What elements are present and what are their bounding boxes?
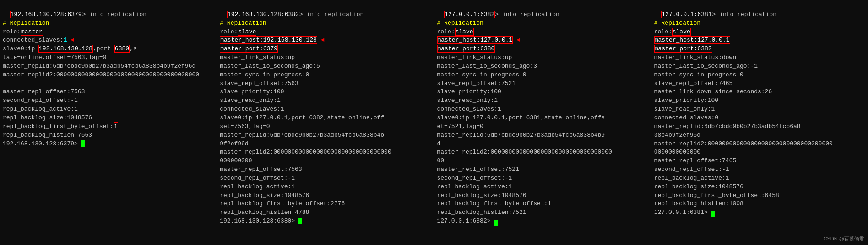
- panel1-line-second: second_repl_offset:-1: [3, 96, 214, 105]
- panel1-line-empty1: [3, 80, 214, 88]
- panel2-line-offset: master_repl_offset:7563: [220, 165, 431, 174]
- panel2-line-master-port: master_port:6379: [220, 45, 431, 53]
- panel4-line-read-only: slave_read_only:1: [654, 105, 865, 114]
- panel3-line-backlog-hist: repl_backlog_histlen:7521: [437, 208, 648, 217]
- panel1-line-offset: master_repl_offset:7563: [3, 88, 214, 96]
- panel3-line-second: second_repl_offset:-1: [437, 174, 648, 183]
- panel3-line-role: role:slave: [437, 28, 648, 37]
- panel3-line-offset: master_repl_offset:7521: [437, 165, 648, 174]
- panel2-line-replication: # Replication: [220, 19, 431, 28]
- panel3-line-link-status: master_link_status:up: [437, 53, 648, 62]
- panel2-line-backlog-hist: repl_backlog_histlen:4788: [220, 208, 431, 217]
- panel1-line-slave0: slave0:ip=192.168.130.128,port=6380,s ta…: [3, 45, 214, 62]
- terminal-panel-2: 192.168.130.128:6380> info replication #…: [217, 0, 434, 245]
- panel2-line-last-io: master_last_io_seconds_ago:5: [220, 62, 431, 71]
- panel3-line-read-only: slave_read_only:1: [437, 96, 648, 105]
- panel4-line-repl-offset: slave_repl_offset:7465: [654, 80, 865, 88]
- terminal-panel-3: 127.0.0.1:6382> info replication # Repli…: [434, 0, 651, 245]
- panel3-line-master-port: master_port:6380: [437, 45, 648, 53]
- panel2-line-second: second_repl_offset:-1: [220, 174, 431, 183]
- panel3-line-backlog-size: repl_backlog_size:1048576: [437, 192, 648, 200]
- panel1-host-port: 192.168.130.128:6379: [10, 11, 82, 18]
- panel3-line-replication: # Replication: [437, 19, 648, 28]
- panel1-line-replication: # Replication: [3, 19, 214, 28]
- panel3-line-replid2: master_replid2:0000000000000000000000000…: [437, 148, 648, 165]
- panel4-line-second: second_repl_offset:-1: [654, 165, 865, 174]
- panel4-line-master-host: master_host:127.0.0.1: [654, 36, 865, 45]
- panel4-line-backlog-active: repl_backlog_active:1: [654, 174, 865, 183]
- panel3-line-repl-offset: slave_repl_offset:7521: [437, 80, 648, 88]
- panel2-line-backlog-active: repl_backlog_active:1: [220, 183, 431, 192]
- panel3-line-master-host: master_host:127.0.0.1 ◄: [437, 36, 648, 45]
- panel1-line-connected: connected_slaves:1 ◄: [3, 36, 214, 45]
- panel3-host-port: 127.0.0.1:6382: [444, 11, 495, 18]
- panel1-prompt-line: 192.168.130.128:6379> info replication: [10, 11, 146, 18]
- panel3-line-slave0: slave0:ip=127.0.0.1,port=6381,state=onli…: [437, 114, 648, 131]
- panel3-line-backlog-active: repl_backlog_active:1: [437, 183, 648, 192]
- panel4-line-master-port: master_port:6382: [654, 45, 865, 53]
- panel2-line-replid2: master_replid2:0000000000000000000000000…: [220, 148, 431, 165]
- panel4-line-backlog-first: repl_backlog_first_byte_offset:6458: [654, 192, 865, 200]
- panel2-line-backlog-first: repl_backlog_first_byte_offset:2776: [220, 200, 431, 208]
- panel4-line-sync: master_sync_in_progress:0: [654, 71, 865, 80]
- panel4-line-last-io: master_last_io_seconds_ago:-1: [654, 62, 865, 71]
- watermark: CSDN @百慕倾君: [824, 235, 864, 242]
- terminal-panel-1: 192.168.130.128:6379> info replication #…: [0, 0, 217, 245]
- panel4-line-backlog-hist: repl_backlog_histlen:1008: [654, 200, 865, 208]
- panel4-line-connected: connected_slaves:0: [654, 114, 865, 122]
- panel2-line-backlog-size: repl_backlog_size:1048576: [220, 192, 431, 200]
- terminal-panel-4: 127.0.0.1:6381> info replication # Repli…: [651, 0, 868, 245]
- panel2-line-repl-offset: slave_repl_offset:7563: [220, 80, 431, 88]
- panel1-footer: 192.168.130.128:6379> █: [3, 140, 214, 149]
- panel2-line-replid: master_replid:6db7cbdc9b0b27b3adb54fcb6a…: [220, 131, 431, 149]
- panel3-line-connected: connected_slaves:1: [437, 105, 648, 114]
- panel1-line-backlog-hist: repl_backlog_histlen:7563: [3, 131, 214, 140]
- panel2-prompt-line: 192.168.130.128:6380> info replication: [227, 11, 363, 18]
- panel2-line-role: role:slave: [220, 28, 431, 37]
- panel2-line-sync: master_sync_in_progress:0: [220, 71, 431, 80]
- panel1-line-backlog-first: repl_backlog_first_byte_offset:1: [3, 122, 214, 131]
- panel3-line-last-io: master_last_io_seconds_ago:3: [437, 62, 648, 71]
- panel2-host-port: 192.168.130.128:6380: [227, 11, 299, 18]
- panel3-footer: 127.0.0.1:6382>: [437, 217, 648, 226]
- panel3-line-sync: master_sync_in_progress:0: [437, 71, 648, 80]
- panel4-line-link-status: master_link_status:down: [654, 53, 865, 62]
- panel3-line-replid: master_replid:6db7cbdc9b0b27b3adb54fcb6a…: [437, 131, 648, 149]
- panel1-line-replid: master_replid:6db7cbdc9b0b27b3adb54fcb6a…: [3, 62, 214, 71]
- panel4-line-replid: master_replid:6db7cbdc9b0b27b3adb54fcb6a…: [654, 122, 865, 140]
- panel4-line-backlog-size: repl_backlog_size:1048576: [654, 183, 865, 192]
- panel2-line-connected: connected_slaves:1: [220, 105, 431, 114]
- panel3-prompt-line: 127.0.0.1:6382> info replication: [444, 11, 559, 18]
- panel1-line-role: role:master: [3, 28, 214, 37]
- panel4-line-link-down: master_link_down_since_seconds:26: [654, 88, 865, 96]
- panel1-line-backlog-active: repl_backlog_active:1: [3, 105, 214, 114]
- panel2-line-priority: slave_priority:100: [220, 88, 431, 96]
- panel4-line-replication: # Replication: [654, 19, 865, 28]
- panel4-line-role: role:slave: [654, 28, 865, 37]
- panel1-line-backlog-size: repl_backlog_size:1048576: [3, 114, 214, 122]
- panel1-line-replid2: master_replid2:0000000000000000000000000…: [3, 71, 214, 80]
- panel2-line-read-only: slave_read_only:1: [220, 96, 431, 105]
- panel4-line-offset: master_repl_offset:7465: [654, 157, 865, 165]
- panel3-line-priority: slave_priority:100: [437, 88, 648, 96]
- panel2-footer: 192.168.130.128:6380> █: [220, 217, 431, 226]
- panel4-host-port: 127.0.0.1:6381: [661, 11, 712, 18]
- panel4-footer: 127.0.0.1:6381>: [654, 208, 865, 217]
- panel3-line-backlog-first: repl_backlog_first_byte_offset:1: [437, 200, 648, 208]
- panel2-line-master-host: master_host:192.168.130.128 ◄: [220, 36, 431, 45]
- panel4-line-replid2: master_replid2:0000000000000000000000000…: [654, 140, 865, 157]
- panel2-line-link-status: master_link_status:up: [220, 53, 431, 62]
- panel4-prompt-line: 127.0.0.1:6381> info replication: [661, 11, 776, 18]
- panel4-line-priority: slave_priority:100: [654, 96, 865, 105]
- panel2-line-slave0: slave0:ip=127.0.0.1,port=6382,state=onli…: [220, 114, 431, 131]
